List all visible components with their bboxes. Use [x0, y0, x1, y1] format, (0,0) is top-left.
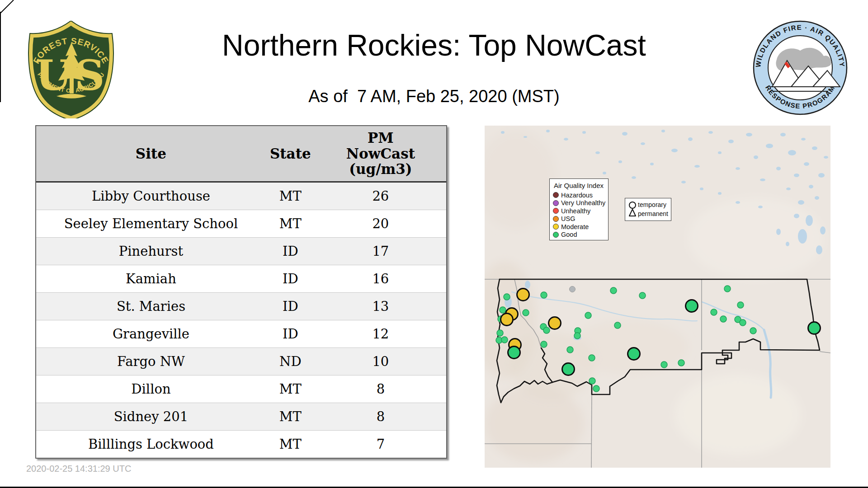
lake-blob: [700, 188, 703, 190]
table-row: Libby CourthouseMT26: [36, 182, 446, 210]
lake-blob: [820, 226, 826, 235]
monitor-dot-good-permanent: [523, 310, 529, 316]
lake-blob: [728, 140, 734, 143]
lake-blob: [824, 156, 828, 159]
monitor-type-legend: temporary permanent: [625, 198, 671, 221]
aqi-item-label: Good: [561, 231, 577, 238]
value-cell: 13: [315, 293, 446, 320]
aqi-item-label: Hazardous: [561, 192, 593, 199]
lake-blob: [564, 138, 568, 141]
permanent-monitor-icon: [629, 209, 636, 216]
site-cell: Libby Courthouse: [36, 182, 266, 210]
aqi-legend-item: Very Unhealthy: [553, 199, 608, 207]
lake-blob: [546, 130, 550, 132]
aqi-legend-item: USG: [553, 215, 608, 223]
monitor-dot-good-permanent: [614, 322, 621, 328]
column-header-1: State: [266, 126, 315, 182]
lake-blob: [694, 165, 700, 168]
aqi-item-label: USG: [561, 215, 575, 222]
monitor-dot-good-permanent: [541, 292, 547, 298]
site-cell: Grangeville: [36, 320, 266, 348]
lake-blob: [650, 163, 654, 165]
nowcast-table-container: SiteStatePM NowCast (ug/m3) Libby Courth…: [35, 125, 447, 459]
site-cell: Fargo NW: [36, 348, 266, 375]
lake-blob: [718, 151, 722, 154]
lake-blob: [806, 215, 813, 226]
monitor-dot-good-permanent: [711, 309, 717, 315]
monitor-dot-moderate-temporary: [517, 289, 529, 301]
state-cell: MT: [266, 210, 315, 238]
monitor-dot-good-permanent: [574, 333, 580, 339]
aqi-item-label: Moderate: [561, 223, 589, 230]
aqi-item-label: Unhealthy: [561, 207, 590, 215]
monitor-dot-good-permanent: [639, 292, 646, 299]
corner-artifact: [0, 0, 18, 18]
lake-blob: [804, 162, 809, 166]
aqi-legend-item: Hazardous: [553, 191, 608, 199]
table-row: KamiahID16: [36, 265, 446, 293]
lake-blob: [815, 196, 819, 200]
table-row: PinehurstID17: [36, 238, 446, 265]
value-cell: 17: [315, 238, 446, 265]
lake-blob: [760, 178, 765, 181]
value-cell: 26: [315, 182, 446, 210]
value-cell: 20: [315, 210, 446, 238]
lake-blob: [816, 245, 822, 254]
aqi-legend-title: Air Quality Index: [554, 182, 608, 189]
monitor-dot-good-permanent: [740, 319, 746, 326]
aqi-color-dot: [553, 232, 559, 238]
monitor-dot-good-temporary: [628, 348, 640, 360]
monitor-dot-good-temporary: [562, 363, 575, 375]
aqi-legend-item: Unhealthy: [553, 207, 608, 215]
lake-blob: [809, 185, 813, 188]
table-row: Billlings LockwoodMT7: [36, 431, 446, 458]
lake-blob: [786, 188, 791, 190]
monitor-dot-good-permanent: [504, 294, 510, 300]
permanent-label: permanent: [638, 210, 668, 217]
lake-blob: [632, 176, 636, 179]
lake-blob: [501, 131, 505, 134]
table-row: St. MariesID13: [36, 293, 446, 320]
monitor-dot-moderate-temporary: [549, 317, 561, 329]
aqi-color-dot: [553, 208, 559, 214]
value-cell: 12: [315, 320, 446, 348]
monitor-dot-moderate-temporary: [501, 314, 513, 326]
monitor-dot-good-permanent: [678, 360, 684, 366]
lake-blob: [766, 144, 773, 148]
aqi-color-dot: [553, 224, 559, 230]
lake-blob: [671, 149, 678, 152]
lake-blob: [622, 132, 627, 136]
lake-blob: [525, 281, 530, 289]
aqi-legend-item: Good: [553, 231, 608, 239]
state-cell: MT: [266, 431, 315, 458]
site-cell: Billlings Lockwood: [36, 431, 266, 458]
lake-blob: [798, 200, 804, 205]
monitor-dot-good-permanent: [593, 385, 599, 392]
lake-blob: [801, 138, 806, 141]
lake-blob: [595, 151, 600, 154]
lake-blob: [754, 155, 758, 159]
monitor-dot-good-permanent: [589, 355, 595, 361]
column-header-0: Site: [36, 126, 266, 182]
lake-blob: [718, 192, 722, 195]
monitor-dot-good-permanent: [501, 337, 508, 343]
monitor-dot-good-temporary: [508, 347, 520, 359]
value-cell: 16: [315, 265, 446, 293]
site-cell: Seeley Elementary School: [36, 210, 266, 238]
state-cell: ID: [266, 238, 315, 265]
monitor-dot-good-temporary: [808, 322, 821, 334]
site-cell: Kamiah: [36, 265, 266, 293]
value-cell: 8: [315, 375, 446, 403]
lake-blob: [582, 131, 586, 134]
site-cell: Sidney 201: [36, 403, 266, 431]
table-row: GrangevilleID12: [36, 320, 446, 348]
column-header-2: PM NowCast (ug/m3): [315, 126, 446, 182]
site-cell: Dillon: [36, 375, 266, 403]
lake-blob: [524, 136, 527, 138]
table-row: Seeley Elementary SchoolMT20: [36, 210, 446, 238]
lake-blob: [776, 167, 781, 170]
monitor-dot-inactive: [570, 286, 576, 292]
monitor-dot-good-permanent: [541, 341, 547, 347]
monitor-dot-good-permanent: [610, 287, 617, 294]
temporary-label: temporary: [638, 201, 666, 208]
